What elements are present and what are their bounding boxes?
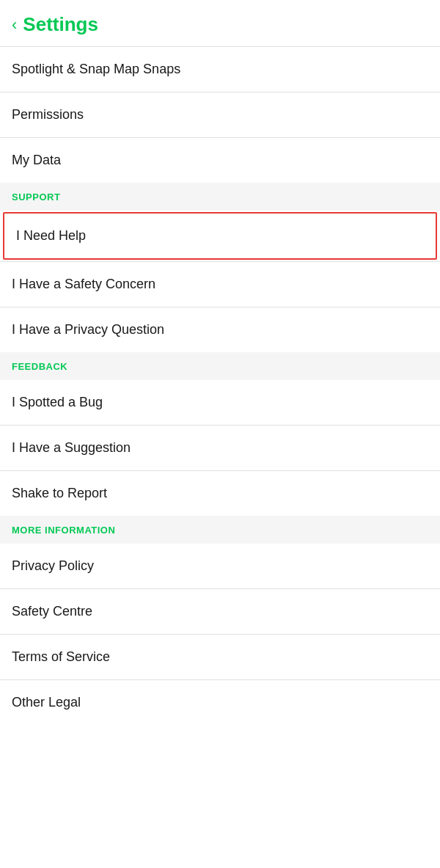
menu-item-wrapper-spotlight-snap-map: Spotlight & Snap Map Snaps bbox=[0, 47, 440, 92]
menu-item-wrapper-spotted-bug: I Spotted a Bug bbox=[0, 380, 440, 425]
section-header-more-info-header: MORE INFORMATION bbox=[0, 516, 440, 544]
menu-item-other-legal[interactable]: Other Legal bbox=[0, 680, 440, 725]
menu-item-label-suggestion: I Have a Suggestion bbox=[12, 440, 131, 456]
menu-item-label-spotted-bug: I Spotted a Bug bbox=[12, 395, 103, 410]
back-arrow-icon[interactable]: ‹ bbox=[12, 15, 17, 34]
menu-item-wrapper-my-data: My Data bbox=[0, 138, 440, 183]
menu-item-label-safety-centre: Safety Centre bbox=[12, 604, 92, 619]
menu-item-wrapper-suggestion: I Have a Suggestion bbox=[0, 426, 440, 470]
menu-item-label-shake-report: Shake to Report bbox=[12, 486, 107, 501]
menu-item-label-privacy-question: I Have a Privacy Question bbox=[12, 322, 164, 338]
menu-item-terms-of-service[interactable]: Terms of Service bbox=[0, 635, 440, 679]
section-header-feedback-header: FEEDBACK bbox=[0, 352, 440, 380]
page-title: Settings bbox=[23, 13, 98, 36]
menu-item-label-safety-concern: I Have a Safety Concern bbox=[12, 277, 155, 292]
menu-item-shake-report[interactable]: Shake to Report bbox=[0, 471, 440, 516]
menu-item-wrapper-privacy-question: I Have a Privacy Question bbox=[0, 307, 440, 352]
menu-item-wrapper-terms-of-service: Terms of Service bbox=[0, 635, 440, 679]
menu-item-wrapper-safety-centre: Safety Centre bbox=[0, 589, 440, 634]
menu-item-spotted-bug[interactable]: I Spotted a Bug bbox=[0, 380, 440, 425]
section-header-label-more-info-header: MORE INFORMATION bbox=[12, 525, 115, 536]
menu-item-i-need-help[interactable]: I Need Help bbox=[3, 212, 437, 260]
menu-item-label-i-need-help: I Need Help bbox=[16, 228, 86, 244]
menu-item-wrapper-i-need-help: I Need Help bbox=[0, 212, 440, 260]
menu-item-label-privacy-policy: Privacy Policy bbox=[12, 558, 94, 574]
menu-item-suggestion[interactable]: I Have a Suggestion bbox=[0, 426, 440, 470]
menu-item-permissions[interactable]: Permissions bbox=[0, 92, 440, 137]
menu-item-label-terms-of-service: Terms of Service bbox=[12, 649, 110, 665]
menu-item-spotlight-snap-map[interactable]: Spotlight & Snap Map Snaps bbox=[0, 47, 440, 92]
menu-item-privacy-question[interactable]: I Have a Privacy Question bbox=[0, 307, 440, 352]
menu-item-safety-concern[interactable]: I Have a Safety Concern bbox=[0, 262, 440, 307]
menu-item-privacy-policy[interactable]: Privacy Policy bbox=[0, 544, 440, 588]
menu-container: Spotlight & Snap Map SnapsPermissionsMy … bbox=[0, 47, 440, 725]
settings-screen: ‹ Settings Spotlight & Snap Map SnapsPer… bbox=[0, 0, 440, 725]
menu-item-label-spotlight-snap-map: Spotlight & Snap Map Snaps bbox=[12, 62, 180, 77]
menu-item-label-permissions: Permissions bbox=[12, 107, 84, 123]
section-header-support-header: SUPPORT bbox=[0, 183, 440, 211]
menu-item-wrapper-permissions: Permissions bbox=[0, 92, 440, 137]
menu-item-wrapper-privacy-policy: Privacy Policy bbox=[0, 544, 440, 588]
section-header-label-support-header: SUPPORT bbox=[12, 192, 60, 203]
menu-item-wrapper-safety-concern: I Have a Safety Concern bbox=[0, 262, 440, 307]
menu-item-label-other-legal: Other Legal bbox=[12, 695, 81, 710]
section-header-label-feedback-header: FEEDBACK bbox=[12, 361, 67, 372]
menu-item-safety-centre[interactable]: Safety Centre bbox=[0, 589, 440, 634]
menu-item-wrapper-shake-report: Shake to Report bbox=[0, 471, 440, 516]
menu-item-label-my-data: My Data bbox=[12, 153, 61, 168]
menu-item-my-data[interactable]: My Data bbox=[0, 138, 440, 183]
settings-header: ‹ Settings bbox=[0, 0, 440, 46]
menu-item-wrapper-other-legal: Other Legal bbox=[0, 680, 440, 725]
